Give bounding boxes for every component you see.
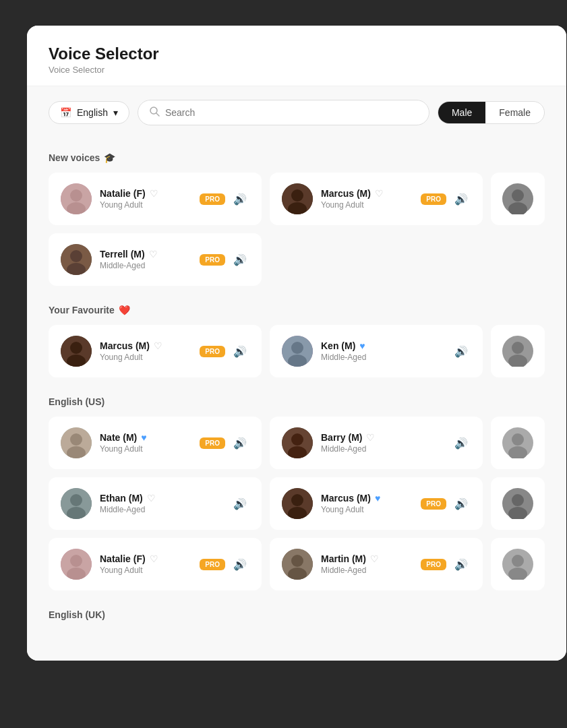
modal-body: New voices 🎓 Natalie (F) (27, 139, 566, 661)
play-button-natalie-new[interactable]: 🔊 (231, 189, 249, 208)
modal-subtitle: Voice Selector (49, 65, 545, 75)
voice-card-terrell[interactable]: Terrell (M) ♡ Middle-Aged PRO 🔊 (49, 233, 262, 286)
play-button-marcus-new[interactable]: 🔊 (452, 189, 471, 208)
section-english-uk: English (UK) (49, 609, 545, 620)
voice-age-nate: Young Adult (100, 444, 191, 454)
play-button-ken[interactable]: 🔊 (452, 342, 471, 361)
graduation-icon: 🎓 (104, 152, 115, 163)
play-button-natalie-us[interactable]: 🔊 (231, 555, 249, 574)
voice-actions-ken: 🔊 (452, 342, 471, 361)
modal-header: Voice Selector Voice Selector (27, 26, 566, 86)
voice-age-natalie-new: Young Adult (100, 200, 191, 210)
heart-icon-ethan[interactable]: ♡ (147, 493, 156, 504)
new-voices-grid: Natalie (F) ♡ Young Adult PRO 🔊 (49, 173, 545, 286)
play-button-terrell[interactable]: 🔊 (231, 250, 249, 269)
svg-point-39 (512, 494, 524, 506)
heart-icon-natalie-new[interactable]: ♡ (150, 188, 158, 199)
gender-tabs: Male Female (438, 101, 545, 124)
voice-name-natalie-us: Natalie (F) (100, 553, 146, 564)
voice-card-ethan[interactable]: Ethan (M) ♡ Middle-Aged 🔊 (49, 477, 262, 530)
pro-badge-marcus-new: PRO (421, 193, 446, 205)
voice-actions-natalie-new: PRO 🔊 (200, 189, 249, 208)
play-button-marcus-fav[interactable]: 🔊 (231, 342, 249, 361)
voice-name-ethan: Ethan (M) (100, 493, 143, 504)
search-icon (149, 106, 160, 119)
voice-actions-marcus-us: PRO 🔊 (421, 494, 471, 513)
svg-point-30 (512, 433, 524, 446)
voice-card-marcus-fav[interactable]: Marcus (M) ♡ Young Adult PRO 🔊 (49, 325, 262, 377)
avatar-martin (282, 549, 313, 580)
heart-icon-terrell[interactable]: ♡ (149, 249, 158, 260)
heart-icon-martin[interactable]: ♡ (370, 553, 379, 564)
section-new-voices: New voices 🎓 Natalie (F) (49, 152, 545, 286)
tab-male[interactable]: Male (438, 102, 485, 123)
voice-info-ethan: Ethan (M) ♡ Middle-Aged (100, 493, 222, 514)
voice-name-natalie-new: Natalie (F) (100, 188, 146, 199)
voice-age-marcus-fav: Young Adult (100, 353, 191, 362)
tab-female[interactable]: Female (485, 102, 544, 123)
avatar-barry (282, 427, 313, 458)
section-title-english-us: English (US) (49, 396, 545, 407)
svg-point-15 (70, 342, 82, 354)
voice-info-nate: Nate (M) ♥ Young Adult (100, 432, 191, 454)
voice-actions-martin: PRO 🔊 (421, 555, 471, 574)
pro-badge-natalie-us: PRO (200, 559, 225, 570)
avatar-ethan (61, 488, 92, 519)
play-button-barry[interactable]: 🔊 (452, 433, 471, 452)
voice-card-natalie-us[interactable]: Natalie (F) ♡ Young Adult PRO 🔊 (49, 538, 262, 590)
voice-card-martin[interactable]: Martin (M) ♡ Middle-Aged PRO 🔊 (270, 538, 483, 590)
heart-icon-marcus-new[interactable]: ♡ (375, 188, 384, 199)
heart-icon-natalie-us[interactable]: ♡ (150, 553, 158, 564)
heart-icon-marcus-us[interactable]: ♥ (375, 493, 380, 504)
voice-card-ken[interactable]: Ken (M) ♥ Middle-Aged 🔊 (270, 325, 483, 377)
section-title-new-voices: New voices 🎓 (49, 152, 545, 163)
heart-icon-marcus-fav[interactable]: ♡ (154, 340, 162, 351)
section-english-us: English (US) Nate (M) ♥ (49, 396, 545, 590)
avatar-natalie-new (61, 183, 92, 214)
svg-point-6 (291, 189, 303, 202)
partial-card-us-3 (491, 538, 545, 590)
heart-icon-nate[interactable]: ♥ (141, 432, 146, 443)
voice-name-terrell: Terrell (M) (100, 249, 145, 260)
voice-age-ethan: Middle-Aged (100, 505, 222, 514)
svg-point-45 (291, 555, 303, 567)
section-title-english-uk: English (UK) (49, 609, 545, 620)
voice-info-barry: Barry (M) ♡ Middle-Aged (321, 432, 444, 454)
avatar-ken (282, 336, 313, 367)
voice-card-nate[interactable]: Nate (M) ♥ Young Adult PRO 🔊 (49, 417, 262, 469)
voice-info-martin: Martin (M) ♡ Middle-Aged (321, 553, 413, 575)
play-button-ethan[interactable]: 🔊 (231, 494, 249, 513)
svg-point-33 (70, 494, 82, 506)
avatar-natalie-us (61, 549, 92, 580)
heart-icon-ken[interactable]: ♥ (359, 340, 365, 351)
voice-info-natalie-new: Natalie (F) ♡ Young Adult (100, 188, 191, 210)
svg-point-9 (512, 189, 524, 202)
pro-badge-marcus-fav: PRO (200, 346, 225, 357)
voice-card-marcus-us[interactable]: Marcus (M) ♥ Young Adult PRO 🔊 (270, 477, 483, 530)
search-input[interactable] (165, 107, 418, 118)
search-box (138, 100, 429, 125)
voice-card-barry[interactable]: Barry (M) ♡ Middle-Aged 🔊 (270, 417, 483, 469)
voice-info-marcus-fav: Marcus (M) ♡ Young Adult (100, 340, 191, 362)
voice-card-natalie-new[interactable]: Natalie (F) ♡ Young Adult PRO 🔊 (49, 173, 262, 225)
svg-point-12 (70, 250, 82, 262)
svg-point-18 (291, 342, 303, 354)
voice-card-marcus-new[interactable]: Marcus (M) ♡ Young Adult PRO 🔊 (270, 173, 483, 225)
voice-age-ken: Middle-Aged (321, 353, 444, 362)
avatar-nate (61, 427, 92, 458)
voice-age-marcus-us: Young Adult (321, 505, 413, 514)
play-button-marcus-us[interactable]: 🔊 (452, 494, 471, 513)
heart-icon-barry[interactable]: ♡ (366, 432, 375, 443)
play-button-nate[interactable]: 🔊 (231, 433, 249, 452)
pro-badge-nate: PRO (200, 437, 225, 449)
svg-line-1 (156, 113, 159, 116)
avatar-terrell (61, 244, 92, 275)
section-your-favourite: Your Favourite ❤️ Marcus (M) (49, 305, 545, 377)
svg-point-21 (512, 342, 524, 354)
pro-badge-martin: PRO (421, 559, 446, 570)
chevron-down-icon: ▾ (113, 107, 118, 118)
play-button-martin[interactable]: 🔊 (452, 555, 471, 574)
modal-controls: 📅 English ▾ Male Female (27, 86, 566, 139)
language-selector[interactable]: 📅 English ▾ (49, 101, 129, 124)
voice-info-ken: Ken (M) ♥ Middle-Aged (321, 340, 444, 362)
